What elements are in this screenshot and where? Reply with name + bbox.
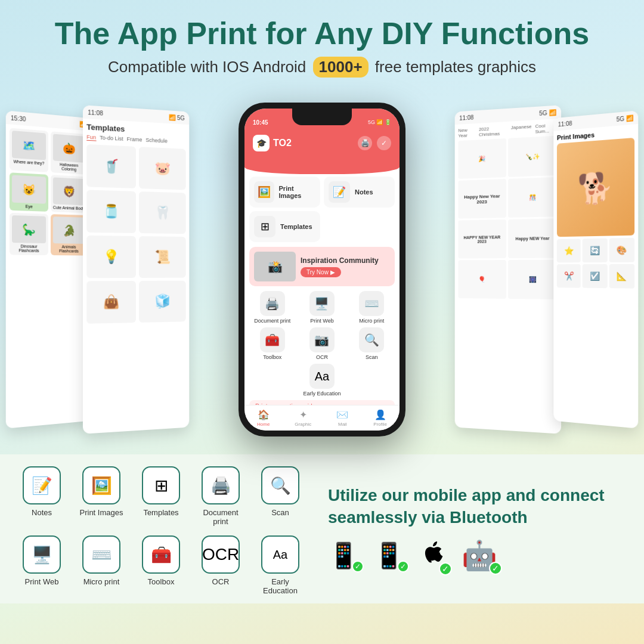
android-check: ✓ <box>489 562 502 575</box>
device-row: 📱 ✓ 📱 ✓ ✓ 🤖 <box>328 538 626 573</box>
nav-home[interactable]: 🏠 Home <box>257 409 270 427</box>
apple-check: ✓ <box>439 562 452 575</box>
ny-grid: 🎉 🍾✨ Happy New Year 2023 🎊 HAPPY NEW YEA… <box>458 136 557 299</box>
bottom-toolbox[interactable]: 🧰 Toolbox <box>249 327 295 360</box>
subtitle-pre: Compatible with IOS Android <box>108 58 306 76</box>
menu-templates[interactable]: ⊞ Templates <box>249 211 320 242</box>
flashcard-1: 🗺️ Where are they? <box>10 128 48 172</box>
far-left-screen: 15:30 📶 🗺️ Where are they? 🎃 Halloween C… <box>6 110 91 428</box>
phone-signal: 5G 📶 🔋 <box>368 119 391 125</box>
inspiration-image: 📸 <box>254 252 296 281</box>
nav-profile[interactable]: 👤 Profile <box>373 409 387 427</box>
device-apple: ✓ <box>419 538 447 573</box>
feature-print-images: 🖼️ Print Images <box>78 466 125 526</box>
dog-image: 🐕 <box>557 138 634 237</box>
print-icon[interactable]: 🖨️ <box>358 136 372 150</box>
time-far-left: 15:30 <box>11 114 26 122</box>
feature-doc-print: 🖨️ Document print <box>197 466 244 526</box>
bottom-ocr[interactable]: 📷 OCR <box>299 327 345 360</box>
time-mid-right: 11:08 <box>459 114 473 121</box>
print-tools-grid: ⭐ 🔄 🎨 ✂️ ☑️ 📐 <box>557 238 634 289</box>
cloud-banner <box>244 156 400 174</box>
device-android: 🤖 ✓ <box>462 539 497 572</box>
center-phone: 10:45 5G 📶 🔋 🎓 TO2 🖨️ ✓ <box>239 103 405 436</box>
device-phone: 📱 ✓ <box>328 541 359 570</box>
subtitle-post: free templates graphics <box>375 58 536 76</box>
bottom-early-education[interactable]: Aa Early Education <box>303 364 340 397</box>
device-tablet: 📱 ✓ <box>373 541 404 570</box>
top-menu-grid: 🖼️ Print Images 📝 Notes ⊞ Templates <box>249 177 395 242</box>
feature-print-web: 🖥️ Print Web <box>18 535 66 595</box>
menu-notes[interactable]: 📝 Notes <box>324 177 395 208</box>
app-logo: 🎓 TO2 <box>253 135 292 151</box>
flashcard-6: 🐊 Animals Flashcards <box>50 214 87 255</box>
feature-icons-row-1: 📝 Notes 🖼️ Print Images ⊞ Templates 🖨️ D… <box>18 466 316 526</box>
flashcard-grid: 🗺️ Where are they? 🎃 Halloween Coloring … <box>10 128 87 256</box>
feature-toolbox: 🧰 Toolbox <box>137 535 185 595</box>
time-mid-left: 11:08 <box>88 109 103 117</box>
menu-print-images[interactable]: 🖼️ Print Images <box>249 177 320 208</box>
inspiration-banner: 📸 Inspiration Community Try Now ▶ <box>249 247 395 286</box>
inspiration-text: Inspiration Community Try Now ▶ <box>301 256 379 277</box>
app-header-icons: 🖨️ ✓ <box>358 136 391 150</box>
flashcard-5: 🦕 Dinosaur Flashcards <box>10 213 48 255</box>
phone-check: ✓ <box>352 561 364 572</box>
feature-templates: ⊞ Templates <box>137 466 185 526</box>
far-left-content: 🗺️ Where are they? 🎃 Halloween Coloring … <box>6 124 91 429</box>
feature-early-edu: Aa Early Education <box>256 535 304 595</box>
features-left: 📝 Notes 🖼️ Print Images ⊞ Templates 🖨️ D… <box>18 466 316 592</box>
check-icon[interactable]: ✓ <box>377 136 391 150</box>
bottom-micro-print[interactable]: ⌨️ Micro print <box>349 291 395 324</box>
try-now-button[interactable]: Try Now ▶ <box>301 267 341 277</box>
logo-icon: 🎓 <box>253 135 270 151</box>
connect-title: Utilize our mobile app and connect seaml… <box>328 485 626 528</box>
phone-time: 10:45 <box>253 119 268 126</box>
nav-mail[interactable]: ✉️ Mail <box>336 409 348 427</box>
mid-right-screen: 11:08 5G 📶 New Year 2022 Christmas Japan… <box>455 105 561 434</box>
feature-icons-row-2: 🖥️ Print Web ⌨️ Micro print 🧰 Toolbox OC… <box>18 535 316 595</box>
features-right: Utilize our mobile app and connect seaml… <box>328 466 626 592</box>
main-title: The App Print for Any DIY Functions <box>24 17 620 51</box>
tablet-check: ✓ <box>397 561 409 572</box>
main-area: 15:30 📶 🗺️ Where are they? 🎃 Halloween C… <box>0 85 644 454</box>
mid-right-content: New Year 2022 Christmas Japanese Cool Su… <box>455 119 561 434</box>
far-right-content: Print Images 🐕 ⭐ 🔄 🎨 ✂️ ☑️ 📐 <box>553 124 638 429</box>
phone-nav-bar: 🏠 Home ✦ Graphic ✉️ Mail 👤 Profile <box>244 405 400 431</box>
feature-ocr: OCR OCR <box>197 535 244 595</box>
subtitle: Compatible with IOS Android 1000+ free t… <box>24 57 620 78</box>
bottom-scan[interactable]: 🔍 Scan <box>349 327 395 360</box>
mid-left-screen: 11:08 📶 5G Templates Fun To-do List Fram… <box>83 105 189 434</box>
phone-notch <box>292 109 352 125</box>
phone-body-content: 🖼️ Print Images 📝 Notes ⊞ Templates <box>244 177 400 421</box>
feature-micro-print: ⌨️ Micro print <box>78 535 125 595</box>
nav-graphic[interactable]: ✦ Graphic <box>295 409 311 427</box>
template-grid: 🥤 🐷 🫙 🦷 💡 📜 👜 🧊 <box>86 144 185 324</box>
flashcard-2: 🎃 Halloween Coloring <box>50 131 87 175</box>
bottom-print-web[interactable]: 🖥️ Print Web <box>299 291 345 324</box>
phone-screen: 10:45 5G 📶 🔋 🎓 TO2 🖨️ ✓ <box>244 109 400 431</box>
phone-body-outer: 10:45 5G 📶 🔋 🎓 TO2 🖨️ ✓ <box>239 103 405 436</box>
highlight-badge: 1000+ <box>313 57 369 78</box>
bottom-doc-print[interactable]: 🖨️ Document print <box>249 291 295 324</box>
flashcard-4: 🦁 Cute Animal Body <box>50 175 87 213</box>
time-far-right: 11:08 <box>558 120 572 128</box>
far-right-screen: 11:08 5G 📶 Print Images 🐕 ⭐ 🔄 🎨 ✂️ ☑️ 📐 <box>553 110 638 428</box>
app-name: TO2 <box>273 138 292 148</box>
app-header: 🎓 TO2 🖨️ ✓ <box>244 132 400 156</box>
mid-left-content: Templates Fun To-do List Frame Schedule … <box>83 119 189 434</box>
feature-notes: 📝 Notes <box>18 466 66 526</box>
bottom-section: 📝 Notes 🖼️ Print Images ⊞ Templates 🖨️ D… <box>0 454 644 603</box>
feature-scan: 🔍 Scan <box>256 466 304 526</box>
page-header: The App Print for Any DIY Functions Comp… <box>0 0 644 85</box>
bottom-menu-grid: 🖨️ Document print 🖥️ Print Web ⌨️ Micro … <box>249 291 395 360</box>
flashcard-3: 😺 Eye <box>10 172 48 212</box>
